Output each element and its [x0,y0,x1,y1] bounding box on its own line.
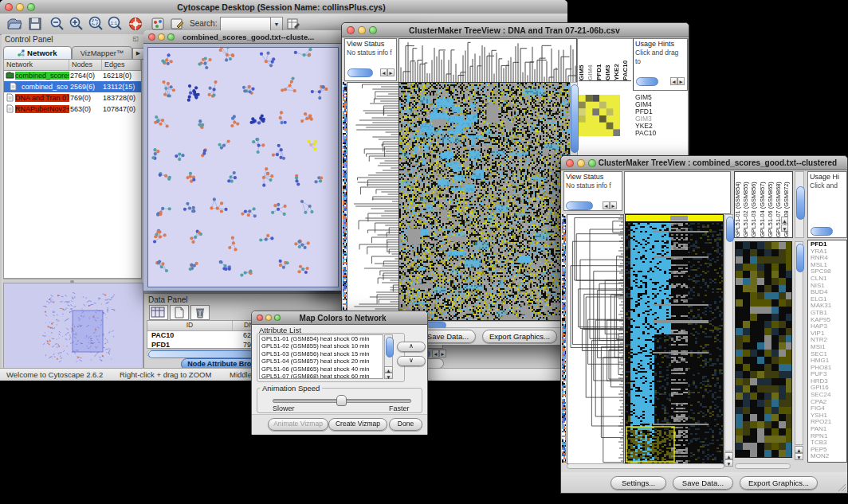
new-attribute-icon[interactable] [170,305,189,320]
resize-grip[interactable] [837,483,846,492]
close-button[interactable] [257,315,263,321]
attribute-list[interactable]: GPL51-01 (GSM854) heat shock 05 minGPL51… [259,334,383,379]
animate-vizmap-button[interactable]: Animate Vizmap [268,418,328,431]
select-attributes-icon[interactable] [149,305,168,320]
delete-attribute-icon[interactable] [190,305,210,320]
close-button[interactable] [566,159,574,167]
float-panel-icon[interactable]: ◱ [132,35,139,42]
create-vizmap-button[interactable]: Create Vizmap [328,418,387,431]
tv2-heatmap-canvas[interactable] [625,214,724,464]
gene-label[interactable]: MON2 [811,453,846,460]
tv1-export-graphics-button[interactable]: Export Graphics... [482,330,557,343]
close-button[interactable] [5,3,13,11]
tv2-zoom-hscrollbar[interactable] [735,463,791,469]
scroll-right-icon[interactable]: ► [387,68,395,76]
tv2-vscrollbar[interactable] [724,214,733,451]
tv1-column-dendrogram[interactable] [398,38,577,83]
zoom-out-icon[interactable] [49,16,65,32]
tv1-zoom-matrix-canvas[interactable] [579,95,620,136]
open-folder-icon[interactable] [6,16,22,32]
tv2-row-dendrogram[interactable] [567,214,624,464]
tv1-row-label[interactable]: PAC10 [635,130,688,137]
zoom-in-icon[interactable] [69,16,84,32]
network-col-header[interactable]: Nodes [69,60,102,70]
tv2-settings-button[interactable]: Settings... [610,476,666,490]
scroll-left-icon[interactable]: ◄ [603,201,610,209]
zoom-button[interactable] [369,26,377,34]
minimize-button[interactable] [16,3,24,11]
more-tabs-button[interactable]: ▶ [132,48,144,60]
tv2-zoom-heatmap-canvas[interactable] [735,241,792,458]
network-list-item[interactable]: combined_sco2569(6)13112(15) [4,81,141,92]
minimize-button[interactable] [265,315,272,321]
attribute-list-item[interactable]: GPL51-06 (GSM865) heat shock 40 min [261,365,383,373]
done-button[interactable]: Done [389,418,422,431]
birdseye-view-canvas[interactable] [3,283,143,369]
zoom-button[interactable] [274,315,281,321]
zoom-actual-icon[interactable]: 1:1 [107,16,123,32]
tv2-hints-scroll-thumb[interactable] [811,227,833,236]
network-list-item[interactable]: RNAPuberNov2+1563(0)107847(0) [4,104,141,115]
tv1-heatmap-canvas[interactable] [398,82,571,321]
minimize-button[interactable] [358,26,366,34]
tv1-row-dendrogram[interactable] [347,82,399,321]
tv2-collabel-vscrollbar[interactable] [795,171,804,238]
scroll-down-icon[interactable]: ▼ [724,459,733,467]
move-attribute-up-button[interactable]: ∧ [397,342,426,352]
scroll-left-icon[interactable]: ◄ [380,68,387,76]
attribute-list-item[interactable]: GPL51-01 (GSM854) heat shock 05 min [261,335,383,342]
scroll-right-icon[interactable]: ► [677,77,685,85]
tv2-hscrollbar[interactable] [567,463,724,469]
scroll-right-icon[interactable]: ► [439,350,446,357]
scroll-left-icon[interactable]: ◄ [432,350,439,357]
minimize-button[interactable] [577,159,585,167]
tv1-row-labels[interactable]: GIM5GIM4PFD1GIM3YKE2PAC10 [634,94,688,137]
network-col-header[interactable]: Edges [102,60,141,70]
attribute-editor-icon[interactable] [285,16,301,32]
attribute-list-item[interactable]: GPL51-07 (GSM868) heat shock 60 min [261,373,383,379]
tv1-save-data-button[interactable]: Save Data... [420,330,476,343]
scroll-left-icon[interactable]: ◄ [670,77,677,85]
network-col-header[interactable]: Network [4,60,69,70]
network-list-item[interactable]: DNA and Tran 07769(0)183728(0) [4,92,141,104]
tv2-status-scroll-thumb[interactable] [566,201,593,210]
close-button[interactable] [148,33,155,41]
scroll-down-icon[interactable]: ▼ [795,453,803,460]
slider-thumb[interactable] [336,395,347,406]
tv2-gene-labels[interactable]: PFD1YRA1RNR4MSL1SPC98CLN1NIS1BUD4ELG1MAK… [807,240,847,463]
scroll-up-icon[interactable]: ▲ [384,366,393,373]
scroll-up-icon[interactable]: ▲ [781,217,788,224]
zoom-selected-icon[interactable] [88,16,104,32]
scroll-down-icon[interactable]: ▼ [384,373,393,379]
save-icon[interactable] [27,16,43,32]
zoom-button[interactable] [27,3,35,11]
annotation-icon[interactable] [169,16,185,32]
tv2-export-graphics-button[interactable]: Export Graphics... [740,476,818,490]
network-view-canvas[interactable] [147,47,339,287]
scroll-down-icon[interactable]: ▼ [781,225,788,232]
zoom-button[interactable] [588,159,596,167]
tv1-hints-scroll-thumb[interactable] [636,77,658,86]
tv1-column-label[interactable]: PAC10 [622,39,631,80]
tv2-save-data-button[interactable]: Save Data... [673,476,733,490]
vizmap-palette-icon[interactable] [150,16,166,32]
close-button[interactable] [347,26,355,34]
attribute-list-item[interactable]: GPL51-03 (GSM856) heat shock 15 min [261,350,383,357]
tv1-column-labels[interactable]: GIM5GIM4PFD1GIM3YKE2PAC10 [579,39,631,81]
scroll-up-icon[interactable]: ▲ [795,446,803,453]
tv1-status-scroll-thumb[interactable] [347,68,373,77]
network-list-item[interactable]: combined_scores2764(0)16218(0) [4,70,141,81]
attribute-list-item[interactable]: GPL51-04 (GSM857) heat shock 20 min [261,357,383,365]
tv2-global-strip[interactable] [562,214,566,463]
search-input[interactable] [220,17,271,31]
help-ring-icon[interactable] [128,16,143,32]
main-titlebar[interactable]: Cytoscape Desktop (Session Name: collins… [0,0,567,14]
tv2-zoom-vscrollbar[interactable] [795,241,803,445]
scroll-up-icon[interactable]: ▲ [724,452,733,459]
move-attribute-down-button[interactable]: ∨ [397,356,426,366]
attribute-list-item[interactable]: GPL51-02 (GSM855) heat shock 10 min [261,342,383,350]
tv2-column-label[interactable]: GPL51-03 (GSM856) [751,172,759,237]
scroll-right-icon[interactable]: ► [610,201,617,209]
minimize-button[interactable] [158,33,165,41]
zoom-button[interactable] [167,33,175,41]
